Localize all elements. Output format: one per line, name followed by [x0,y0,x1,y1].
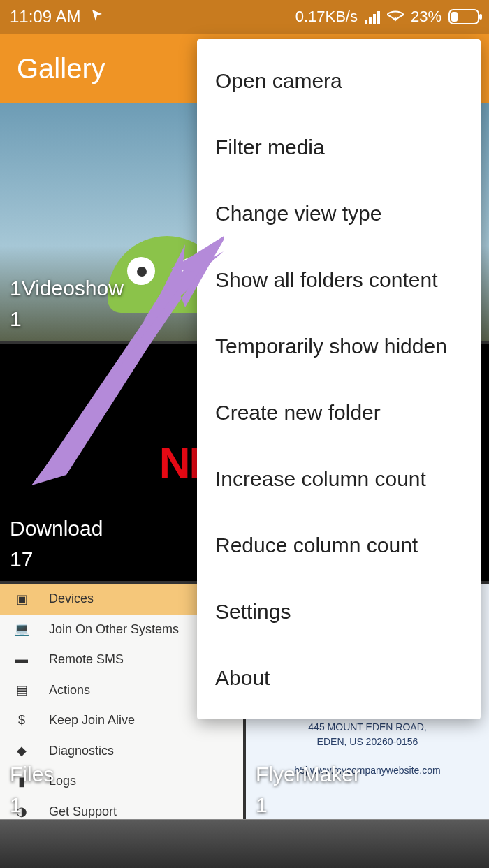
menu-show-all-folders[interactable]: Show all folders content [197,247,481,313]
device-frame-edge [0,819,489,868]
sms-icon: ▬ [14,652,29,667]
menu-change-view-type[interactable]: Change view type [197,180,481,247]
folder-count: 1 [10,307,22,330]
status-bar: 11:09 AM 0.17KB/s 23% [0,0,489,34]
menu-temporarily-show-hidden[interactable]: Temporarily show hidden [197,313,481,379]
signal-icon [365,10,380,24]
list-item-label: Devices [49,591,94,606]
list-item-label: Join On Other Systems [49,622,179,637]
menu-create-new-folder[interactable]: Create new folder [197,379,481,446]
svg-point-0 [394,17,397,20]
battery-percent: 23% [411,8,441,26]
status-data-rate: 0.17KB/s [295,8,358,26]
actions-icon: ▤ [14,682,29,698]
dollar-icon: $ [14,713,29,728]
overflow-menu: Open camera Filter media Change view typ… [197,39,481,719]
list-item-label: Keep Join Alive [49,713,135,728]
app-title: Gallery [17,53,105,84]
list-item: ◆Diagnostics [0,736,243,767]
menu-reduce-column-count[interactable]: Reduce column count [197,512,481,578]
devices-icon: ▣ [14,591,29,607]
list-item-label: Get Support [49,804,117,819]
menu-increase-column-count[interactable]: Increase column count [197,446,481,512]
menu-open-camera[interactable]: Open camera [197,47,481,114]
diagnostics-icon: ◆ [14,743,29,758]
folder-name: Download [10,517,103,540]
list-item-label: Diagnostics [49,744,114,758]
laptop-icon: 💻 [14,621,29,637]
list-item-label: Actions [49,683,90,698]
flyer-addr1: 445 MOUNT EDEN ROAD, [308,720,426,735]
status-time: 11:09 AM [10,7,80,27]
battery-icon [448,9,479,24]
wifi-icon [387,8,404,26]
folder-name: FlyerMaker [256,763,360,786]
folder-name: Files [10,763,54,786]
menu-filter-media[interactable]: Filter media [197,114,481,180]
folder-count: 1 [256,793,268,816]
folder-count: 1 [10,793,22,816]
menu-about[interactable]: About [197,645,481,711]
list-item-label: Remote SMS [49,652,124,667]
flyer-addr2: EDEN, US 20260-0156 [317,735,418,749]
folder-name: 1Videoshow [10,277,124,300]
notification-icon [90,7,104,27]
menu-settings[interactable]: Settings [197,578,481,645]
folder-count: 17 [10,547,33,571]
